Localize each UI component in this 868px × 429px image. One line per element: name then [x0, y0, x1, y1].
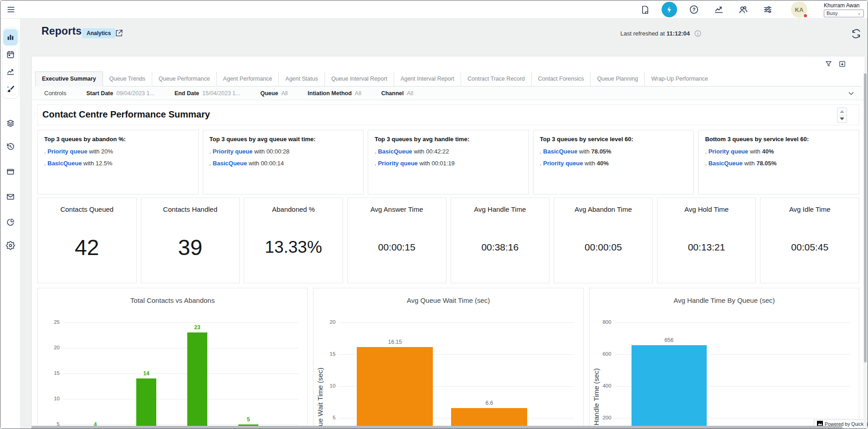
sidebar-item-layers[interactable] [2, 115, 19, 132]
charts-row: Total Contacts vs Abandons 2520151054143… [37, 288, 859, 429]
insight-card: Top 3 queues by service level 60:. Basic… [533, 130, 694, 194]
bullet: . [375, 160, 376, 167]
main-area: Reports Analytics Last refreshed at 11:1… [21, 19, 868, 429]
insight-line: . Priority queue with 40% [540, 160, 688, 167]
info-icon[interactable] [694, 30, 702, 39]
spinner-down-button[interactable] [837, 116, 847, 123]
sidebar-item-calendar[interactable] [3, 46, 18, 63]
insight-value: 20% [101, 148, 113, 155]
sidebar-item-settings[interactable] [2, 237, 19, 254]
sidebar-item-mail[interactable] [2, 189, 19, 205]
insight-value: 00:00:28 [267, 148, 290, 155]
sidebar-item-history[interactable] [2, 138, 19, 155]
insight-line: . BasicQueue with 00:42:22 [375, 148, 522, 155]
sidebar-item-pie-chart[interactable] [2, 214, 19, 230]
help-icon[interactable]: ? [689, 5, 699, 15]
tab-queue-planning[interactable]: Queue Planning [590, 72, 644, 86]
tab-agent-status[interactable]: Agent Status [278, 72, 324, 86]
queue-link[interactable]: Priority queue [378, 160, 417, 167]
tab-contact-forensics[interactable]: Contact Forensics [531, 72, 591, 86]
kpi-value: 39 [141, 198, 240, 283]
tab-agent-interval-report[interactable]: Agent Interval Report [394, 72, 461, 86]
filter-queue[interactable]: QueueAll [260, 90, 288, 97]
last-refreshed-label: Last refreshed at [620, 30, 665, 37]
y-tick-label: 600 [593, 351, 611, 357]
horizontal-scrollbar[interactable] [31, 426, 842, 429]
insight-card-title: Top 3 queues by abandon %: [44, 136, 192, 143]
queue-link[interactable]: BasicQueue [709, 160, 743, 167]
tab-queue-trends[interactable]: Queue Trends [103, 72, 152, 86]
queue-link[interactable]: BasicQueue [378, 148, 412, 155]
notes-icon[interactable] [640, 5, 650, 15]
bar-value-label: 23 [184, 324, 211, 331]
filter-intiation-method[interactable]: Intiation MethodAll [308, 90, 361, 97]
card-tools [825, 60, 847, 68]
status-select[interactable]: Busy ⌄ [824, 10, 864, 17]
filter-label: End Date [175, 90, 199, 97]
insight-mid-text: with [585, 160, 595, 167]
sidebar-item-window[interactable] [2, 163, 19, 180]
bar-value-label: 5 [235, 416, 262, 423]
filter-icon[interactable] [825, 60, 833, 68]
queue-link[interactable]: Priority queue [543, 160, 583, 167]
kpi-value: 42 [38, 198, 136, 283]
download-icon[interactable] [838, 60, 847, 68]
queue-link[interactable]: BasicQueue [213, 160, 247, 167]
queue-link[interactable]: BasicQueue [543, 148, 577, 155]
tab-queue-performance[interactable]: Queue Performance [152, 72, 216, 86]
filter-label: Channel [381, 90, 404, 97]
status-value: Busy [827, 10, 837, 16]
tab-executive-summary[interactable]: Executive Summary [35, 72, 103, 87]
chart-plot: 201510516.156.6 [313, 288, 583, 429]
sidebar-item-line-chart[interactable] [3, 64, 18, 80]
filter-channel[interactable]: ChannelAll [381, 90, 413, 97]
sidebar-item-design[interactable] [3, 81, 18, 97]
kpi-value: 00:00:05 [554, 198, 652, 283]
chevron-down-icon: ⌄ [858, 11, 861, 15]
vertical-scrollbar-thumb[interactable] [864, 73, 867, 363]
menu-icon[interactable] [6, 5, 15, 14]
kpi-card-abandoned-: Abandoned %13.33% [244, 198, 343, 283]
flash-icon[interactable] [662, 2, 677, 17]
controls-chevron-icon[interactable] [847, 90, 855, 97]
sidebar-item-bar-chart[interactable] [3, 29, 18, 46]
external-link-icon[interactable] [115, 29, 123, 37]
queue-link[interactable]: BasicQueue [47, 160, 82, 167]
insight-value: 12.5% [96, 160, 113, 167]
insight-mid-text: with [249, 160, 259, 167]
agents-icon[interactable] [738, 5, 748, 15]
insight-mid-text: with [89, 148, 99, 155]
avatar[interactable]: KA [791, 1, 807, 18]
insight-mid-text: with [414, 148, 424, 155]
refresh-icon[interactable] [851, 29, 861, 39]
tab-contract-trace-record[interactable]: Contract Trace Record [461, 72, 531, 86]
tab-wrap-up-performance[interactable]: Wrap-Up Performance [644, 72, 714, 86]
spinner-up-button[interactable] [837, 108, 847, 116]
insight-value: 00:01:19 [431, 160, 455, 167]
chart-plot: 2520151054143235 [38, 288, 307, 429]
bullet: . [375, 148, 376, 155]
gridline [615, 322, 850, 323]
tab-agent-performance[interactable]: Agent Performance [216, 72, 279, 86]
bullet: . [210, 160, 211, 167]
queue-link[interactable]: Priority queue [47, 148, 87, 155]
bar-value-label: 14 [133, 370, 160, 377]
filter-start-date[interactable]: Start Date09/04/2023 1... [86, 90, 154, 97]
analytics-badge[interactable]: Analytics [82, 28, 115, 38]
insight-line: . Priority queue with 00:00:28 [210, 148, 357, 155]
y-tick-label: 400 [593, 383, 611, 388]
filter-end-date[interactable]: End Date15/04/2023 1... [175, 90, 241, 97]
metrics-icon[interactable] [714, 5, 724, 15]
y-tick-label: 15 [317, 351, 335, 357]
tab-queue-interval-report[interactable]: Queue Interval Report [324, 72, 394, 86]
filter-value: All [407, 90, 413, 97]
filter-value: 15/04/2023 1... [202, 90, 240, 97]
insight-line: . BasicQueue with 78.05% [540, 148, 688, 155]
kpi-card-avg-abandon-time: Avg Abandon Time00:00:05 [554, 198, 653, 283]
vertical-scrollbar[interactable] [863, 71, 867, 429]
preferences-icon[interactable] [763, 5, 773, 15]
insight-card: Top 3 queues by avg handle time:. BasicQ… [368, 130, 529, 194]
queue-link[interactable]: Priority queue [709, 148, 748, 155]
user-name: Khurram Awan [824, 2, 864, 9]
queue-link[interactable]: Priority queue [213, 148, 252, 155]
